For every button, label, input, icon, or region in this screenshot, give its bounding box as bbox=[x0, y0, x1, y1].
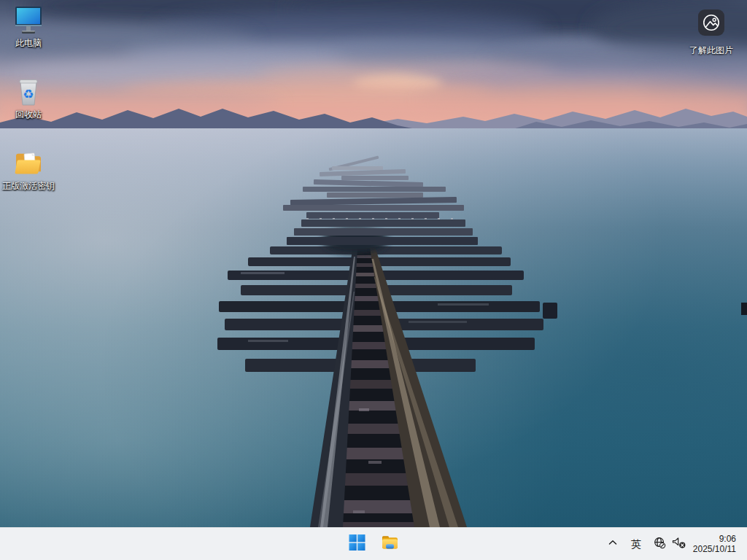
volume-button[interactable] bbox=[671, 536, 687, 552]
taskbar-clock[interactable]: 9:06 2025/10/11 bbox=[693, 534, 736, 555]
desktop-icon-this-pc[interactable]: 此电脑 bbox=[1, 4, 56, 48]
taskbar: 英 bbox=[0, 527, 747, 560]
file-explorer-button[interactable] bbox=[382, 535, 399, 553]
show-hidden-icons-button[interactable] bbox=[607, 537, 619, 551]
desktop-icon-activation-key-folder[interactable]: 正版激活密钥 bbox=[1, 147, 56, 191]
recycle-bin-icon: ♻ bbox=[11, 75, 46, 109]
desktop-icon-label: 回收站 bbox=[15, 109, 42, 120]
ime-language-text: 英 bbox=[631, 538, 641, 550]
system-tray: 英 bbox=[607, 528, 747, 560]
windows-start-icon bbox=[349, 534, 366, 554]
ime-language-indicator[interactable]: 英 bbox=[630, 538, 642, 550]
start-button[interactable] bbox=[349, 535, 366, 553]
spotlight-label: 了解此图片 bbox=[689, 44, 733, 57]
desktop-icon-recycle-bin[interactable]: ♻ 回收站 bbox=[1, 75, 56, 120]
picture-icon[interactable] bbox=[698, 9, 724, 36]
sunset-clouds bbox=[0, 0, 747, 118]
computer-monitor-icon bbox=[11, 4, 46, 37]
folder-icon bbox=[11, 147, 46, 180]
wallpaper-image bbox=[0, 0, 747, 527]
clock-date: 2025/10/11 bbox=[693, 544, 736, 555]
desktop-icon-label: 正版激活密钥 bbox=[2, 181, 55, 191]
clock-time: 9:06 bbox=[693, 534, 736, 545]
desktop-icon-label: 此电脑 bbox=[15, 38, 42, 48]
file-explorer-icon bbox=[382, 534, 399, 554]
spotlight-widget[interactable]: 了解此图片 bbox=[685, 7, 738, 57]
network-status-button[interactable] bbox=[654, 537, 666, 552]
volume-muted-icon bbox=[671, 536, 687, 552]
chevron-up-icon bbox=[607, 537, 619, 551]
svg-text:♻: ♻ bbox=[23, 88, 34, 101]
desktop: 此电脑 ♻ 回收站 bbox=[0, 0, 747, 560]
globe-no-internet-icon bbox=[654, 537, 666, 552]
